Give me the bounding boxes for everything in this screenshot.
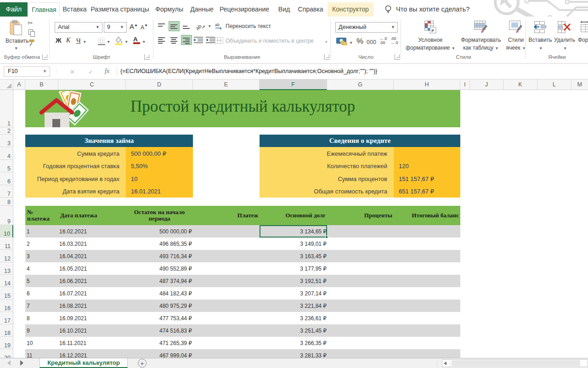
fill-handle[interactable] <box>325 236 328 238</box>
column-header-d[interactable]: D <box>126 79 193 90</box>
decrease-font-icon[interactable]: А▼ <box>141 23 148 31</box>
payments-header-principal[interactable]: Основной долг <box>260 206 327 225</box>
payment-row[interactable]: 8 16.09.2021 477 753,44 ₽ 3 236,61 ₽ <box>25 312 460 324</box>
accounting-format-caret[interactable]: ▼ <box>349 40 353 45</box>
font-dialog-launcher[interactable] <box>144 54 150 60</box>
payment-row[interactable]: 10 16.11.2021 471 265,39 ₽ 3 266,35 ₽ <box>25 337 460 349</box>
credit-label-cell[interactable]: Общая стоимость кредита <box>260 185 394 198</box>
payment-row[interactable]: 4 16.05.2021 490 552,89 ₽ 3 177,95 ₽ <box>25 262 460 275</box>
column-header-k[interactable]: K <box>503 79 537 90</box>
column-header-a[interactable]: A <box>13 79 25 90</box>
tab-formulas[interactable]: Формулы <box>152 2 187 17</box>
row-header-6[interactable]: 6 <box>0 172 13 185</box>
tab-design[interactable]: Конструктор <box>328 2 373 17</box>
row-header-5[interactable]: 5 <box>0 160 13 172</box>
horizontal-scrollbar[interactable] <box>442 359 588 367</box>
decrease-decimal-button[interactable]: .00→.0 <box>390 37 398 45</box>
percent-style-button[interactable]: % <box>356 37 363 46</box>
payment-row[interactable]: 7 16.08.2021 480 975,29 ₽ 3 221,84 ₽ <box>25 300 460 312</box>
format-cells-button[interactable]: Фор <box>577 18 588 52</box>
column-header-c[interactable]: C <box>58 79 126 90</box>
enter-icon[interactable]: ✓ <box>88 68 93 75</box>
align-top-button[interactable] <box>156 21 167 31</box>
credit-value-cell[interactable]: 651 157,67 ₽ <box>394 185 460 198</box>
font-color-caret[interactable]: ▼ <box>142 40 146 44</box>
payment-row[interactable]: 9 16.10.2021 474 516,83 ₽ 3 251,45 ₽ <box>25 324 460 337</box>
row-header-20[interactable]: 20 <box>0 349 13 358</box>
tab-insert[interactable]: Вставка <box>61 2 88 17</box>
cell-styles-button[interactable]: Стили ячеек ▼ <box>506 18 526 52</box>
credit-label-cell[interactable]: Ежемесячный платеж <box>260 147 394 160</box>
select-all-corner[interactable] <box>0 79 13 90</box>
clipboard-dialog-launcher[interactable] <box>42 54 48 60</box>
credit-label-cell[interactable]: Сумма процентов <box>260 172 394 185</box>
accounting-format-icon[interactable] <box>336 38 347 45</box>
row-header-18[interactable]: 18 <box>0 324 13 337</box>
font-color-icon[interactable]: А <box>133 36 140 44</box>
row-header-3[interactable]: 3 <box>0 135 13 147</box>
tab-home[interactable]: Главная <box>28 2 60 17</box>
bold-button[interactable]: Ж <box>56 37 62 44</box>
comma-style-button[interactable]: 000 <box>367 39 377 45</box>
payment-row[interactable]: 2 16.03.2021 496 865,35 ₽ 3 149,01 ₽ <box>25 238 460 250</box>
new-sheet-button[interactable]: + <box>138 359 147 368</box>
prev-sheet-arrow[interactable] <box>7 360 11 366</box>
next-sheet-arrow[interactable] <box>20 360 23 366</box>
scroll-left-arrow[interactable] <box>444 362 447 365</box>
alignment-dialog-launcher[interactable] <box>324 54 330 60</box>
copy-icon[interactable] <box>28 29 35 37</box>
delete-cells-button[interactable]: Удалить ▼ <box>553 18 576 52</box>
format-painter-icon[interactable] <box>28 40 35 47</box>
tab-help[interactable]: Справка <box>296 2 325 17</box>
payments-header-payment[interactable]: Платеж <box>193 206 260 225</box>
row-header-8[interactable]: 8 <box>0 198 13 206</box>
loan-value-cell[interactable]: 5,50% <box>126 160 193 172</box>
column-header-h[interactable]: H <box>394 79 460 90</box>
payment-row[interactable]: 6 16.07.2021 484 182,43 ₽ 3 207,14 ₽ <box>25 287 460 300</box>
cut-icon[interactable]: ✂ <box>28 19 33 27</box>
row-header-4[interactable]: 4 <box>0 147 13 160</box>
payment-row[interactable]: 11 16.12.2021 467 999,04 ₽ 3 281,33 ₽ <box>25 349 460 358</box>
row-header-11[interactable]: 11 <box>0 238 13 250</box>
row-header-12[interactable]: 12 <box>0 250 13 262</box>
loan-value-cell[interactable]: 10 <box>126 172 193 185</box>
credit-value-cell[interactable] <box>394 147 460 160</box>
row-header-19[interactable]: 19 <box>0 337 13 349</box>
row-header-10[interactable]: 10 <box>0 225 13 238</box>
fill-color-caret[interactable]: ▼ <box>124 40 128 44</box>
increase-decimal-button[interactable]: ←.0.00 <box>379 37 387 45</box>
paste-button[interactable]: Вставить ▼ <box>6 19 27 52</box>
loan-value-cell[interactable]: 500 000,00 ₽ <box>126 147 193 160</box>
loan-label-cell[interactable]: Сумма кредита <box>25 147 126 160</box>
row-header-9[interactable]: 9 <box>0 206 13 225</box>
column-header-m[interactable]: M <box>571 79 588 90</box>
borders-icon[interactable] <box>98 38 105 45</box>
font-size-combo[interactable]: 9▼ <box>104 22 127 33</box>
number-format-combo[interactable]: Денежный▼ <box>335 22 398 33</box>
credit-label-cell[interactable]: Количество платежей <box>260 160 394 172</box>
loan-value-cell[interactable]: 16.01.2021 <box>126 185 193 198</box>
column-header-b[interactable]: B <box>25 79 58 90</box>
row-header-13[interactable]: 13 <box>0 262 13 275</box>
selected-cell-outline[interactable] <box>260 225 327 238</box>
column-header-j[interactable]: J <box>470 79 503 90</box>
payments-header-date[interactable]: Дата платежа <box>58 206 126 225</box>
column-header-f[interactable]: F <box>260 79 327 90</box>
credit-value-cell[interactable]: 120 <box>394 160 460 172</box>
borders-caret[interactable]: ▼ <box>107 40 110 44</box>
underline-button[interactable]: Ч <box>76 37 80 44</box>
decrease-indent-icon[interactable] <box>194 37 203 43</box>
orientation-icon[interactable]: ab <box>196 21 206 31</box>
font-name-combo[interactable]: Arial▼ <box>55 22 102 33</box>
row-header-14[interactable]: 14 <box>0 275 13 287</box>
insert-function-icon[interactable]: fx <box>105 68 109 75</box>
align-right-button[interactable] <box>181 35 192 45</box>
payments-header-balance[interactable]: Остаток на началопериода <box>126 206 193 225</box>
column-header-l[interactable]: L <box>537 79 571 90</box>
name-box[interactable]: F10▼ <box>4 66 50 77</box>
tab-data[interactable]: Данные <box>187 2 217 17</box>
increase-font-icon[interactable]: А▲ <box>130 23 138 30</box>
payment-row[interactable]: 1 16.02.2021 500 000,00 ₽ 3 134,65 ₽ <box>25 225 460 238</box>
payment-row[interactable]: 3 16.04.2021 493 716,34 ₽ 3 163,45 ₽ <box>25 250 460 262</box>
tab-file[interactable]: Файл <box>0 2 28 17</box>
